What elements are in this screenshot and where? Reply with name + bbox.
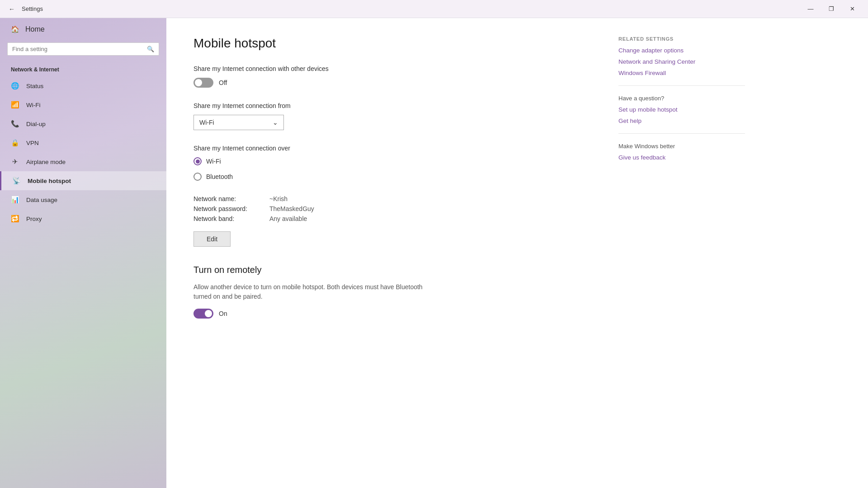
home-icon: 🏠 bbox=[11, 25, 19, 33]
share-from-label: Share my Internet connection from bbox=[193, 102, 582, 109]
make-better-title: Make Windows better bbox=[618, 143, 745, 150]
home-label: Home bbox=[25, 25, 45, 33]
sidebar-item-airplane[interactable]: ✈ Airplane mode bbox=[0, 152, 166, 171]
sidebar-item-hotspot[interactable]: 📡 Mobile hotspot bbox=[0, 171, 166, 190]
remote-section-title: Turn on remotely bbox=[193, 265, 582, 275]
window-controls: — ❐ ✕ bbox=[800, 0, 863, 18]
sidebar-item-label: VPN bbox=[26, 140, 39, 146]
page-title: Mobile hotspot bbox=[193, 36, 582, 51]
radio-wifi-button[interactable] bbox=[193, 157, 202, 165]
network-password-row: Network password: TheMaskedGuy bbox=[193, 205, 582, 212]
divider-2 bbox=[618, 133, 745, 134]
sidebar-section-title: Network & Internet bbox=[0, 63, 166, 76]
remote-toggle-row: On bbox=[193, 309, 582, 319]
network-band-row: Network band: Any available bbox=[193, 215, 582, 222]
sidebar-item-data[interactable]: 📊 Data usage bbox=[0, 190, 166, 209]
search-input[interactable] bbox=[12, 46, 143, 52]
related-settings-title: Related settings bbox=[618, 36, 745, 42]
network-name-value: ~Krish bbox=[269, 195, 288, 202]
radio-bluetooth-option[interactable]: Bluetooth bbox=[193, 173, 582, 181]
status-icon: 🌐 bbox=[11, 82, 19, 90]
share-connection-label: Share my Internet connection with other … bbox=[193, 65, 582, 72]
divider-1 bbox=[618, 85, 745, 86]
title-bar: ← Settings — ❐ ✕ bbox=[0, 0, 868, 18]
hotspot-toggle-row: Off bbox=[193, 78, 582, 88]
edit-button[interactable]: Edit bbox=[193, 231, 231, 247]
wifi-icon: 📶 bbox=[11, 101, 19, 109]
sidebar-item-label: Data usage bbox=[26, 197, 57, 203]
hotspot-toggle-label: Off bbox=[219, 79, 227, 86]
network-sharing-link[interactable]: Network and Sharing Center bbox=[618, 58, 745, 65]
remote-description: Allow another device to turn on mobile h… bbox=[193, 282, 438, 301]
sidebar-home[interactable]: 🏠 Home bbox=[0, 18, 166, 41]
minimize-button[interactable]: — bbox=[800, 0, 821, 18]
hotspot-toggle[interactable] bbox=[193, 78, 213, 88]
vpn-icon: 🔒 bbox=[11, 139, 19, 147]
app-title: Settings bbox=[22, 5, 43, 12]
sidebar-item-label: Dial-up bbox=[26, 121, 46, 127]
radio-wifi-label: Wi-Fi bbox=[206, 158, 221, 165]
connection-dropdown[interactable]: Wi-Fi ⌄ bbox=[193, 115, 284, 130]
sidebar-item-label: Mobile hotspot bbox=[28, 178, 71, 184]
search-icon: 🔍 bbox=[147, 46, 154, 52]
sidebar-item-label: Status bbox=[26, 83, 43, 89]
radio-bluetooth-label: Bluetooth bbox=[206, 173, 233, 180]
setup-hotspot-link[interactable]: Set up mobile hotspot bbox=[618, 106, 745, 113]
remote-toggle-knob bbox=[205, 310, 212, 317]
hotspot-icon: 📡 bbox=[12, 177, 20, 185]
windows-firewall-link[interactable]: Windows Firewall bbox=[618, 70, 745, 76]
sidebar: 🏠 Home 🔍 Network & Internet 🌐 Status 📶 W… bbox=[0, 18, 166, 488]
get-help-link[interactable]: Get help bbox=[618, 117, 745, 124]
sidebar-item-proxy[interactable]: 🔁 Proxy bbox=[0, 209, 166, 228]
network-band-value: Any available bbox=[269, 215, 307, 222]
close-button[interactable]: ✕ bbox=[842, 0, 863, 18]
share-over-label: Share my Internet connection over bbox=[193, 145, 582, 152]
share-over-section: Share my Internet connection over Wi-Fi … bbox=[193, 145, 582, 181]
network-band-label: Network band: bbox=[193, 215, 266, 222]
remote-toggle-label: On bbox=[219, 310, 227, 317]
dialup-icon: 📞 bbox=[11, 120, 19, 128]
toggle-knob bbox=[195, 79, 202, 86]
radio-bluetooth-button[interactable] bbox=[193, 173, 202, 181]
sidebar-item-label: Proxy bbox=[26, 216, 42, 222]
restore-button[interactable]: ❐ bbox=[821, 0, 842, 18]
sidebar-item-wifi[interactable]: 📶 Wi-Fi bbox=[0, 95, 166, 114]
network-password-value: TheMaskedGuy bbox=[269, 205, 314, 212]
network-info: Network name: ~Krish Network password: T… bbox=[193, 195, 582, 222]
sidebar-item-label: Wi-Fi bbox=[26, 102, 40, 108]
right-sidebar: Related settings Change adapter options … bbox=[618, 36, 745, 470]
content-area: Mobile hotspot Share my Internet connect… bbox=[166, 18, 868, 488]
network-password-label: Network password: bbox=[193, 205, 266, 212]
chevron-down-icon: ⌄ bbox=[273, 119, 278, 126]
remote-toggle[interactable] bbox=[193, 309, 213, 319]
dropdown-value: Wi-Fi bbox=[199, 119, 214, 126]
radio-wifi-inner bbox=[196, 160, 200, 164]
sidebar-item-status[interactable]: 🌐 Status bbox=[0, 76, 166, 95]
airplane-icon: ✈ bbox=[11, 158, 19, 166]
network-name-row: Network name: ~Krish bbox=[193, 195, 582, 202]
change-adapter-link[interactable]: Change adapter options bbox=[618, 47, 745, 54]
share-from-container: Share my Internet connection from Wi-Fi … bbox=[193, 102, 582, 130]
content-main: Mobile hotspot Share my Internet connect… bbox=[193, 36, 582, 470]
give-feedback-link[interactable]: Give us feedback bbox=[618, 154, 745, 161]
sidebar-item-vpn[interactable]: 🔒 VPN bbox=[0, 133, 166, 152]
network-name-label: Network name: bbox=[193, 195, 266, 202]
proxy-icon: 🔁 bbox=[11, 215, 19, 223]
sidebar-item-dialup[interactable]: 📞 Dial-up bbox=[0, 114, 166, 133]
sidebar-item-label: Airplane mode bbox=[26, 159, 66, 165]
search-box: 🔍 bbox=[7, 42, 159, 56]
have-question-title: Have a question? bbox=[618, 95, 745, 102]
radio-wifi-option[interactable]: Wi-Fi bbox=[193, 157, 582, 165]
data-icon: 📊 bbox=[11, 196, 19, 204]
back-button[interactable]: ← bbox=[5, 3, 18, 15]
main-container: 🏠 Home 🔍 Network & Internet 🌐 Status 📶 W… bbox=[0, 18, 868, 488]
